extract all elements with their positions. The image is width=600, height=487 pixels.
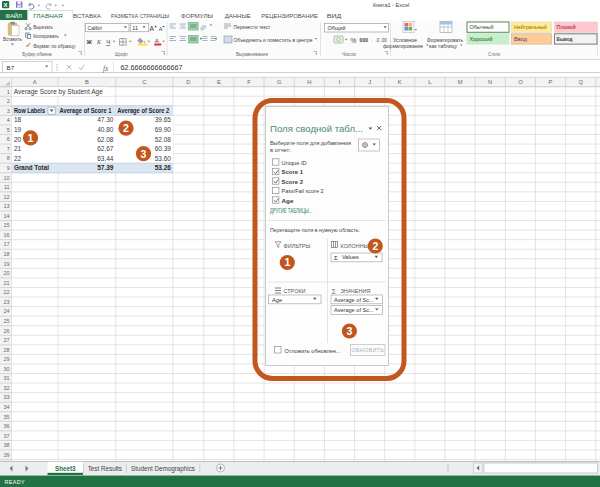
svg-text:F: F [247, 79, 251, 85]
svg-text:25: 25 [4, 318, 10, 324]
svg-text:21: 21 [14, 145, 22, 152]
svg-text:Вставить: Вставить [3, 36, 22, 42]
svg-text:Ввод: Ввод [514, 36, 528, 42]
svg-text:Копировать: Копировать [33, 33, 59, 39]
svg-text:как таблицу: как таблицу [429, 43, 457, 49]
svg-text:Age: Age [282, 197, 295, 204]
svg-text:26: 26 [4, 328, 10, 334]
svg-text:63.44: 63.44 [97, 155, 114, 162]
svg-text:23: 23 [4, 299, 10, 305]
svg-text:Буфер обмена: Буфер обмена [22, 51, 52, 57]
svg-text:Unique ID: Unique ID [282, 159, 307, 166]
svg-text:Стили: Стили [488, 51, 500, 57]
svg-text:ОБНОВИТЬ: ОБНОВИТЬ [352, 347, 385, 353]
svg-text:К: К [96, 39, 102, 45]
svg-text:N: N [488, 79, 492, 85]
svg-text:9: 9 [7, 165, 10, 171]
svg-text:39: 39 [4, 452, 10, 458]
svg-text:20: 20 [14, 136, 22, 143]
svg-text:69.90: 69.90 [155, 126, 172, 133]
svg-text:18: 18 [14, 116, 22, 123]
svg-text:60.39: 60.39 [155, 145, 172, 152]
svg-text:Хороший: Хороший [470, 36, 493, 42]
svg-text:P: P [549, 79, 553, 85]
svg-text:27: 27 [4, 337, 10, 343]
svg-text:А: А [155, 37, 160, 44]
svg-text:Row Labels: Row Labels [14, 107, 45, 114]
svg-text:O: O [518, 79, 523, 85]
svg-text:3: 3 [7, 108, 10, 114]
svg-text:Σ: Σ [334, 255, 338, 261]
svg-text:4: 4 [7, 117, 10, 123]
svg-text:Вывод: Вывод [557, 36, 573, 42]
svg-text:Student Demographics: Student Demographics [131, 465, 195, 473]
svg-text:Ж: Ж [85, 39, 92, 45]
svg-text:17: 17 [4, 241, 10, 247]
svg-text:Test Results: Test Results [88, 465, 122, 472]
svg-text:53.26: 53.26 [155, 164, 172, 171]
svg-text:Calibri: Calibri [88, 25, 103, 31]
svg-text:X: X [4, 2, 8, 8]
svg-text:47.30: 47.30 [97, 116, 114, 123]
svg-text:Форматировать: Форматировать [427, 37, 463, 43]
svg-text:J: J [368, 79, 371, 85]
svg-text:А: А [150, 25, 155, 32]
svg-text:8: 8 [7, 155, 10, 161]
svg-text:Число: Число [342, 51, 356, 57]
svg-text:53.60: 53.60 [155, 155, 172, 162]
svg-text:Перенести текст: Перенести текст [234, 24, 271, 30]
svg-text:20: 20 [4, 270, 10, 276]
svg-text:ФАЙЛ: ФАЙЛ [6, 12, 23, 19]
svg-text:Условное: Условное [393, 37, 417, 43]
svg-text:Выберите поля для добавления: Выберите поля для добавления [270, 140, 351, 146]
svg-text:Вырезать: Вырезать [33, 24, 53, 30]
svg-text:35: 35 [4, 414, 10, 420]
svg-text:ab: ab [198, 23, 207, 32]
svg-text:000: 000 [360, 37, 369, 43]
svg-text:Объединить и поместить в центр: Объединить и поместить в центре [234, 37, 313, 43]
svg-text:КОЛОННЫ: КОЛОННЫ [341, 243, 369, 249]
svg-text:24: 24 [4, 308, 10, 314]
svg-text:19: 19 [4, 261, 10, 267]
svg-text:21: 21 [4, 280, 10, 286]
svg-text:33: 33 [4, 394, 10, 400]
svg-text:G: G [277, 79, 282, 85]
svg-text:ЗНАЧЕНИЯ: ЗНАЧЕНИЯ [341, 288, 371, 294]
svg-text:22: 22 [14, 155, 22, 162]
svg-text:Average of Sc...: Average of Sc... [334, 297, 374, 303]
svg-text:62.08: 62.08 [97, 136, 114, 143]
svg-text:РЕЦЕНЗИРОВАНИЕ: РЕЦЕНЗИРОВАНИЕ [261, 13, 318, 19]
svg-text:Поля сводной табл...: Поля сводной табл... [270, 124, 363, 134]
svg-text:СТРОКИ: СТРОКИ [284, 288, 306, 294]
svg-text:%: % [351, 37, 357, 44]
svg-text:18: 18 [4, 251, 10, 257]
svg-text:40.80: 40.80 [97, 126, 114, 133]
svg-text:12: 12 [4, 194, 10, 200]
svg-text:6: 6 [7, 136, 10, 142]
svg-text:ДРУГИЕ ТАБЛИЦЫ...: ДРУГИЕ ТАБЛИЦЫ... [270, 207, 313, 215]
svg-text:32: 32 [4, 385, 10, 391]
svg-text:Values: Values [342, 254, 359, 260]
svg-text:39.65: 39.65 [155, 116, 172, 123]
svg-text:А: А [159, 26, 163, 32]
svg-text:ФИЛЬТРЫ: ФИЛЬТРЫ [284, 243, 311, 249]
svg-text:15: 15 [4, 222, 10, 228]
svg-text:38: 38 [4, 442, 10, 448]
svg-text:форматирование: форматирование [383, 43, 423, 49]
svg-text:Average Score by Student Age: Average Score by Student Age [14, 88, 103, 96]
svg-text:Sheet3: Sheet3 [55, 465, 76, 472]
svg-text:Age: Age [272, 297, 282, 303]
svg-text:B7: B7 [7, 64, 15, 71]
svg-text:Шрифт: Шрифт [115, 51, 128, 57]
svg-text:28: 28 [4, 347, 10, 353]
svg-text:19: 19 [14, 126, 22, 133]
svg-text:57.39: 57.39 [97, 164, 114, 171]
svg-text:Отложить обновлен...: Отложить обновлен... [285, 348, 341, 354]
svg-text:2: 2 [7, 98, 10, 104]
svg-text:ФОРМУЛЫ: ФОРМУЛЫ [181, 13, 213, 19]
svg-text:E: E [217, 79, 221, 85]
svg-text:K: K [398, 79, 402, 85]
svg-text:10: 10 [4, 175, 10, 181]
svg-text:37: 37 [4, 433, 10, 439]
svg-text:Grand Total: Grand Total [14, 164, 49, 171]
